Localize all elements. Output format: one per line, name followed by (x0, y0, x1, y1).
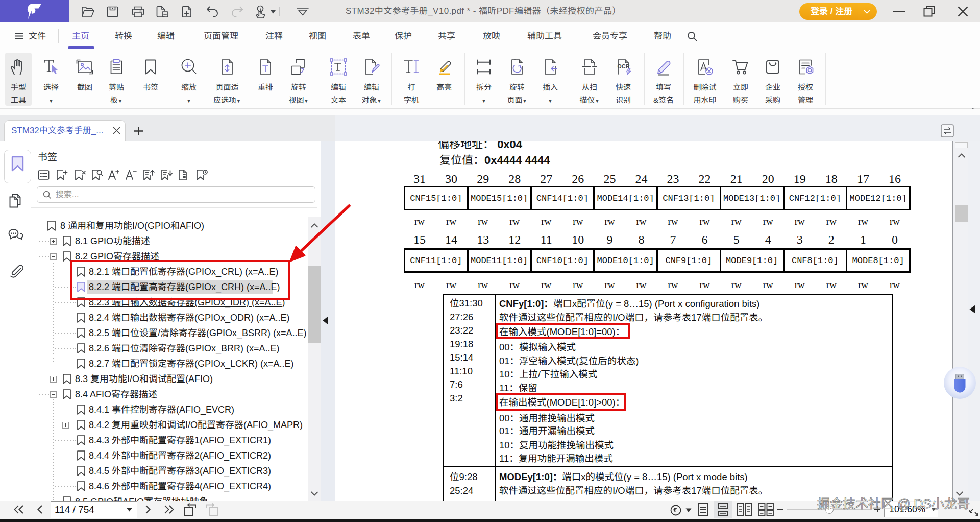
svg-text:OCR: OCR (618, 63, 630, 69)
